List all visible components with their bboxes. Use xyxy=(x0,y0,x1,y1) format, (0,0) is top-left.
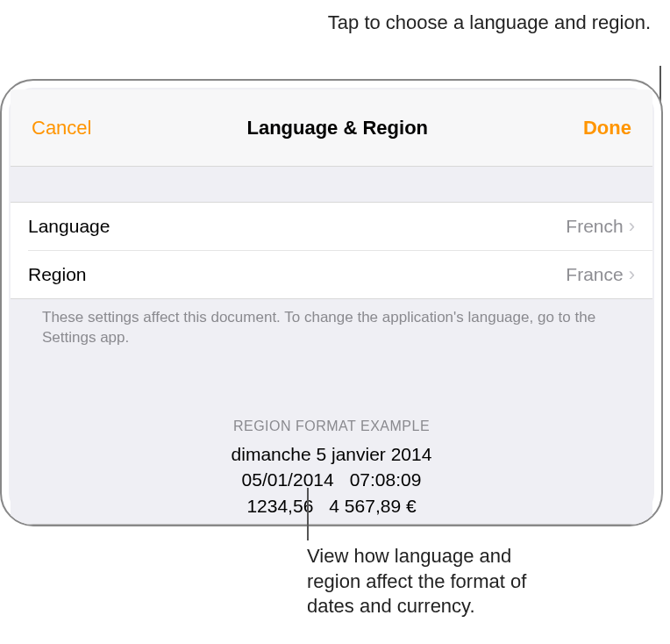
row-region-value: France xyxy=(566,264,623,285)
done-button[interactable]: Done xyxy=(583,117,631,140)
example-header: REGION FORMAT EXAMPLE xyxy=(11,419,652,434)
row-language-label: Language xyxy=(28,216,110,237)
footer-note: These settings affect this document. To … xyxy=(11,299,652,357)
device-frame: Cancel Language & Region Done Language F… xyxy=(0,79,663,526)
row-region-label: Region xyxy=(28,264,87,285)
example-short-date: 05/01/2014 xyxy=(242,469,334,490)
row-language[interactable]: Language French › xyxy=(11,203,652,250)
example-long-date: dimanche 5 janvier 2014 xyxy=(11,441,652,467)
row-region[interactable]: Region France › xyxy=(28,250,652,298)
callout-bottom: View how language and region affect the … xyxy=(307,544,570,619)
example-number: 1234,56 xyxy=(246,496,313,516)
screen: Cancel Language & Region Done Language F… xyxy=(11,89,652,525)
example-currency: 4 567,89 € xyxy=(329,496,416,516)
page-title: Language & Region xyxy=(246,117,428,140)
bottom-divider xyxy=(11,524,652,525)
example-short-date-time: 05/01/201407:08:09 xyxy=(11,467,652,492)
callout-top: Tap to choose a language and region. xyxy=(328,11,651,36)
row-language-value: French xyxy=(566,216,623,237)
example-time: 07:08:09 xyxy=(350,469,422,490)
callout-leader-bottom xyxy=(307,488,309,540)
example-number-currency: 1234,564 567,89 € xyxy=(11,493,652,519)
chevron-right-icon: › xyxy=(629,263,635,286)
cancel-button[interactable]: Cancel xyxy=(32,117,91,140)
navbar: Cancel Language & Region Done xyxy=(11,89,652,167)
chevron-right-icon: › xyxy=(629,215,635,238)
example-body: dimanche 5 janvier 2014 05/01/201407:08:… xyxy=(11,441,652,519)
settings-list: Language French › Region France › xyxy=(11,202,652,299)
